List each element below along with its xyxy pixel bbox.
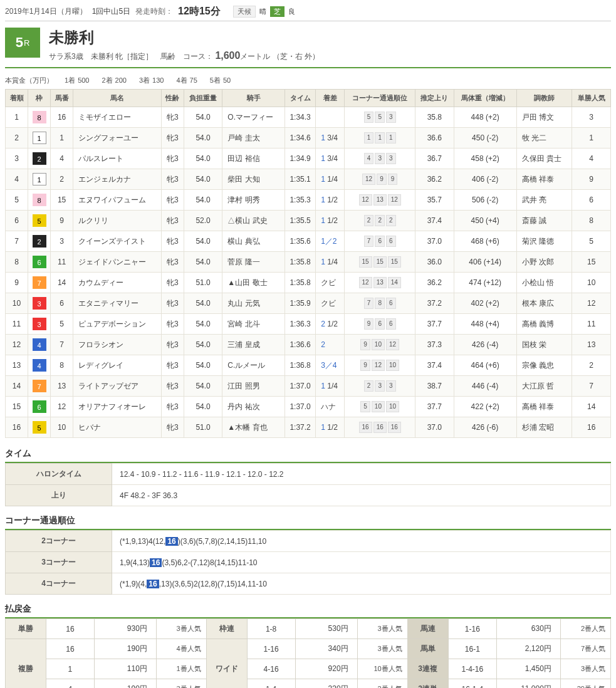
race-name: 未勝利 xyxy=(49,28,611,48)
jockey: 丸山 元気 xyxy=(222,293,285,314)
time-title: タイム xyxy=(5,448,611,463)
fukusho-num-1: 1 xyxy=(46,659,94,679)
jockey: C.ルメール xyxy=(222,355,285,376)
prize-rank: 4着 xyxy=(176,76,187,84)
wide-amt-1: 920円 xyxy=(295,659,357,679)
wide-amt-0: 340円 xyxy=(295,639,357,659)
horse-name: ピュアデボーション xyxy=(73,314,162,335)
post-time: 12時15分 xyxy=(178,5,221,18)
fukusho-num-2: 4 xyxy=(46,679,94,689)
fukusho-amt-0: 190円 xyxy=(94,639,156,659)
waku-badge: 8 xyxy=(33,111,46,123)
table-row: 5815エヌワイパフューム牝354.0津村 明秀1:35.31 1/212131… xyxy=(6,190,611,211)
horse-name: フロラシオン xyxy=(73,335,162,355)
horse-name: ライトアップゼア xyxy=(73,376,162,397)
race-cond: 未勝利 牝［指定］ xyxy=(91,51,153,62)
column-header: 騎手 xyxy=(222,90,285,107)
prize-val: 75 xyxy=(190,76,197,84)
table-row: 16510ヒバナ牝351.0▲木幡 育也1:37.21 1/216161637.… xyxy=(6,417,611,438)
prize-val: 500 xyxy=(78,76,89,84)
horse-name: ミモザイエロー xyxy=(73,107,162,128)
trainer: 小野 次郎 xyxy=(516,252,572,273)
column-header: 馬体重（増減） xyxy=(454,90,516,107)
sanrenpuku-pop: 3番人気 xyxy=(560,659,610,679)
corner-label: 3コーナー xyxy=(6,552,112,573)
tansho-pop: 3番人気 xyxy=(156,619,206,639)
table-row: 1816ミモザイエロー牝354.0O.マーフィー1:34.355335.8448… xyxy=(6,107,611,128)
table-row: 1036エタニティマリー牝354.0丸山 元気1:35.9クビ78637.240… xyxy=(6,293,611,314)
horse-name: パルスレート xyxy=(73,149,162,169)
fukusho-pop-0: 4番人気 xyxy=(156,639,206,659)
wide-pop-1: 10番人気 xyxy=(357,659,407,679)
table-row: 1247フロラシオン牝354.0三浦 皇成1:36.629101237.3426… xyxy=(6,335,611,355)
trainer: 斎藤 誠 xyxy=(516,211,572,231)
trainer: 牧 光二 xyxy=(516,128,572,149)
horse-name: ジェイドパンニャー xyxy=(73,252,162,273)
bet-wakuren: 枠連 xyxy=(206,619,247,639)
race-number: 5 xyxy=(16,34,23,51)
corner-label: 2コーナー xyxy=(6,531,112,552)
sanrenpuku-amt: 1,450円 xyxy=(497,659,561,679)
wakuren-amt: 530円 xyxy=(295,619,357,639)
waku-badge: 6 xyxy=(33,400,46,413)
column-header: 調教師 xyxy=(516,90,572,107)
bet-umaren: 馬連 xyxy=(407,619,448,639)
corner-order: (*1,9)(4,16,13)(3,6,5)2(12,8)(7,15)14,11… xyxy=(112,573,611,595)
umaren-pop: 2番人気 xyxy=(560,619,610,639)
track-condition: 良 xyxy=(288,7,295,16)
column-header: 推定上り xyxy=(415,90,454,107)
trainer: 菊沢 隆徳 xyxy=(516,231,572,252)
fukusho-amt-2: 190円 xyxy=(94,679,156,689)
jockey: 津村 明秀 xyxy=(222,190,285,211)
trainer: 高橋 義博 xyxy=(516,314,572,335)
trainer: 高橋 祥泰 xyxy=(516,397,572,417)
jockey: ▲木幡 育也 xyxy=(222,417,285,438)
race-date: 2019年1月14日（月曜） xyxy=(5,6,87,17)
trainer: 大江原 哲 xyxy=(516,376,572,397)
column-header: コーナー通過順位 xyxy=(345,90,415,107)
trainer: 根本 康広 xyxy=(516,293,572,314)
column-header: 馬番 xyxy=(51,90,73,107)
horse-name: ヒバナ xyxy=(73,417,162,438)
umaren-amt: 630円 xyxy=(497,619,561,639)
table-row: 1135ピュアデボーション牝354.0宮崎 北斗1:36.32 1/296637… xyxy=(6,314,611,335)
tansho-amt: 930円 xyxy=(94,619,156,639)
corner-label: 4コーナー xyxy=(6,573,112,595)
bet-fukusho: 複勝 xyxy=(6,639,46,689)
race-r: R xyxy=(24,38,29,48)
trainer: 国枝 栄 xyxy=(516,335,572,355)
bet-sanrentan: 3連単 xyxy=(407,679,448,689)
prize-rank: 5着 xyxy=(210,76,221,84)
jockey: 柴田 大知 xyxy=(222,169,285,190)
umaren-combo: 1-16 xyxy=(448,619,497,639)
waku-badge: 1 xyxy=(33,132,46,144)
waku-badge: 3 xyxy=(33,318,46,330)
payout-table: 単勝 16 930円 3番人気 枠連 1-8 530円 3番人気 馬連 1-16… xyxy=(5,618,611,688)
course-label: コース： xyxy=(183,52,213,61)
fukusho-pop-1: 1番人気 xyxy=(156,659,206,679)
header-line: 2019年1月14日（月曜） 1回中山5日 発走時刻： 12時15分 天候 晴 … xyxy=(5,5,611,21)
wide-amt-2: 330円 xyxy=(295,679,357,689)
prize-val: 200 xyxy=(115,76,127,84)
waku-badge: 4 xyxy=(33,359,46,372)
title-bar: 5R 未勝利 サラ系3歳 未勝利 牝［指定］ 馬齢 コース： 1,600メートル… xyxy=(5,28,611,68)
sanrentan-amt: 11,000円 xyxy=(497,679,561,689)
column-header: 枠 xyxy=(28,90,51,107)
waku-badge: 6 xyxy=(33,256,46,268)
prize-val: 50 xyxy=(223,76,231,84)
wide-combo-0: 1-16 xyxy=(247,639,295,659)
waku-badge: 2 xyxy=(33,152,46,165)
horse-name: エヌワイパフューム xyxy=(73,190,162,211)
waku-badge: 7 xyxy=(33,380,46,392)
table-row: 8611ジェイドパンニャー牝354.0菅原 隆一1:35.81 1/415151… xyxy=(6,252,611,273)
wide-combo-1: 4-16 xyxy=(247,659,295,679)
waku-badge: 5 xyxy=(33,421,46,434)
weight-type: 馬齢 xyxy=(160,51,175,62)
sanrentan-pop: 29番人気 xyxy=(560,679,610,689)
wide-pop-0: 3番人気 xyxy=(357,639,407,659)
horse-name: カウムディー xyxy=(73,273,162,293)
column-header: 着順 xyxy=(6,90,28,107)
weather-value: 晴 xyxy=(259,7,266,16)
prize-rank: 1着 xyxy=(65,76,75,84)
waku-badge: 4 xyxy=(33,338,46,351)
